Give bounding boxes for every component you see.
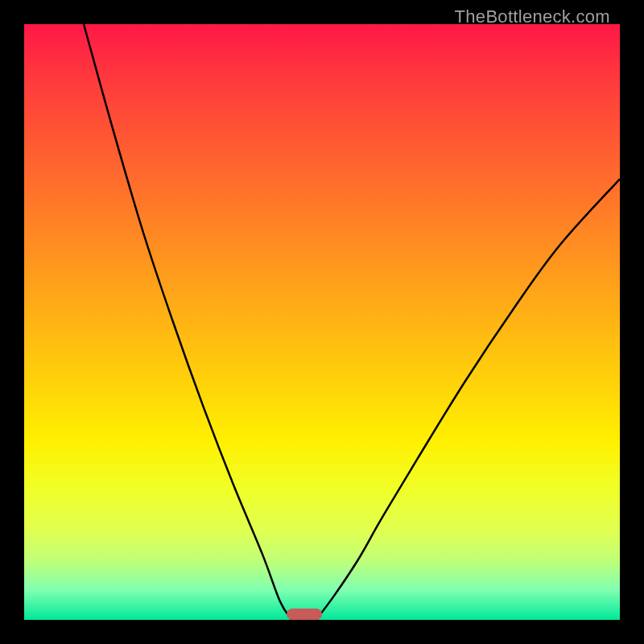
bottleneck-curve (24, 24, 620, 620)
chart-container: TheBottleneck.com (0, 0, 644, 644)
plot-area (24, 24, 620, 620)
optimal-marker (287, 609, 322, 620)
watermark: TheBottleneck.com (455, 6, 610, 27)
